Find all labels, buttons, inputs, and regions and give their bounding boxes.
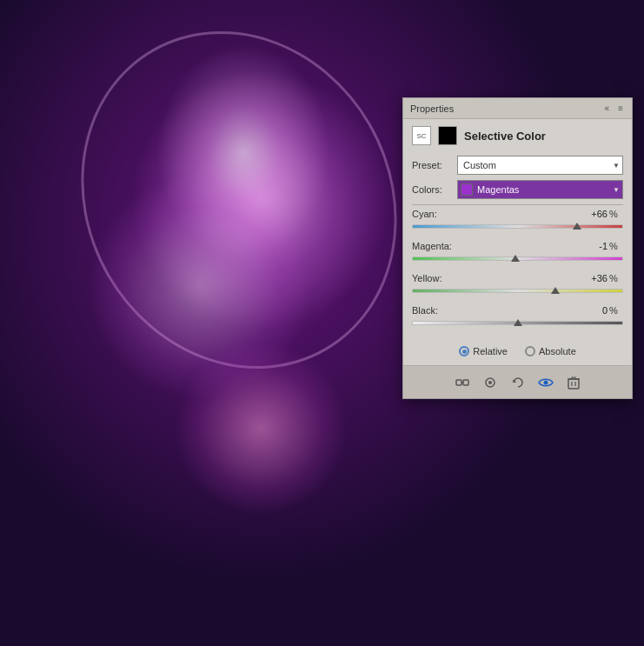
magenta-label: Magenta: [412, 241, 457, 251]
preset-select[interactable]: Custom [457, 156, 623, 175]
panel-titlebar: Properties « ≡ [403, 98, 632, 119]
magenta-slider-container [412, 251, 623, 271]
collapse-button[interactable]: « [603, 103, 612, 113]
absolute-radio-item[interactable]: Absolute [525, 346, 576, 356]
black-value: 0 [581, 305, 607, 316]
magenta-row: Magenta: -1 % [412, 241, 623, 251]
relative-radio-circle [459, 346, 469, 356]
cyan-row: Cyan: +66 % [412, 209, 623, 219]
panel-footer [403, 365, 632, 398]
svg-rect-1 [463, 380, 468, 385]
menu-icon-button[interactable]: ≡ [616, 103, 625, 113]
svg-point-5 [543, 380, 548, 384]
colors-row: Colors: Magentas Reds Yellows Greens Cya… [412, 180, 623, 199]
reset-icon[interactable] [509, 374, 527, 391]
colors-select-wrapper[interactable]: Magentas Reds Yellows Greens Cyans Blues… [457, 180, 623, 199]
cyan-thumb [573, 223, 581, 230]
colors-select[interactable]: Magentas Reds Yellows Greens Cyans Blues… [457, 180, 623, 199]
panel-body: Preset: Custom ▼ Colors: Magentas Reds Y… [403, 150, 632, 365]
selective-color-icon-white: SC [412, 126, 431, 145]
black-row: Black: 0 % [412, 305, 623, 316]
yellow-label: Yellow: [412, 273, 457, 283]
cyan-value: +66 [581, 209, 607, 219]
preset-row: Preset: Custom ▼ [412, 156, 623, 175]
cyan-slider-container [412, 219, 623, 239]
delete-icon[interactable] [565, 374, 582, 391]
panel-title: Properties [410, 103, 454, 114]
cyan-percent: % [609, 209, 623, 219]
magenta-section: Magenta: -1 % [412, 241, 623, 271]
icon-text: SC [416, 132, 426, 140]
panel-heading: Selective Color [464, 130, 546, 143]
cyan-track [412, 224, 623, 229]
properties-panel: Properties « ≡ SC Selective Color Preset… [402, 97, 633, 399]
eye-icon[interactable] [537, 374, 554, 391]
magenta-thumb [511, 255, 520, 262]
yellow-track [412, 289, 623, 293]
yellow-section: Yellow: +36 % [412, 273, 623, 303]
black-thumb [514, 319, 522, 326]
yellow-thumb [551, 287, 560, 294]
yellow-value: +36 [581, 273, 607, 283]
selective-color-icon-black [438, 126, 457, 145]
link-icon[interactable] [454, 374, 471, 391]
black-slider-container [412, 316, 623, 336]
yellow-row: Yellow: +36 % [412, 273, 623, 283]
visibility-mask-icon[interactable] [481, 374, 499, 391]
relative-label: Relative [473, 346, 508, 356]
cyan-section: Cyan: +66 % [412, 209, 623, 239]
svg-rect-0 [456, 380, 461, 385]
preset-select-wrapper[interactable]: Custom ▼ [457, 156, 623, 175]
absolute-label: Absolute [539, 346, 576, 356]
relative-radio-item[interactable]: Relative [459, 346, 508, 356]
glow-bottom [174, 342, 348, 516]
colors-label: Colors: [412, 184, 457, 195]
svg-point-4 [488, 381, 492, 384]
black-percent: % [609, 305, 623, 316]
divider-1 [412, 204, 623, 205]
absolute-radio-circle [525, 346, 535, 356]
panel-title-controls: « ≡ [603, 103, 625, 113]
method-radio-section: Relative Absolute [412, 343, 623, 356]
svg-rect-6 [568, 379, 579, 389]
preset-label: Preset: [412, 160, 457, 170]
magenta-percent: % [609, 241, 623, 251]
glow-overlay [156, 43, 330, 261]
magenta-value: -1 [581, 241, 607, 251]
magenta-swatch [461, 183, 473, 196]
cyan-label: Cyan: [412, 209, 457, 219]
yellow-percent: % [609, 273, 623, 283]
yellow-slider-container [412, 283, 623, 303]
black-label: Black: [412, 305, 457, 316]
black-section: Black: 0 % [412, 305, 623, 336]
panel-header: SC Selective Color [403, 119, 632, 150]
